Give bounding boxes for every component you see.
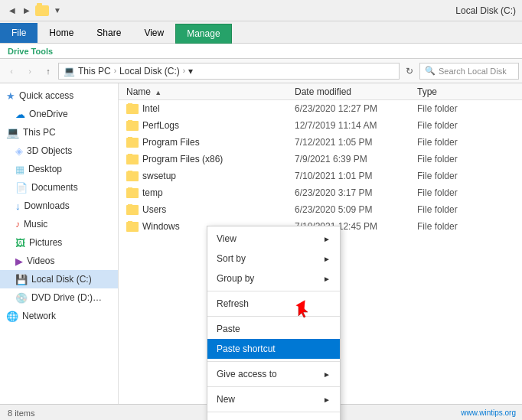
file-name-intel: Intel (126, 103, 295, 114)
ctx-paste[interactable]: Paste (207, 319, 340, 339)
tab-home[interactable]: Home (38, 23, 85, 43)
ctx-group-by[interactable]: Group by ► (207, 269, 340, 288)
table-row[interactable]: swsetup 7/10/2021 1:01 PM File folder (119, 168, 522, 184)
tab-share[interactable]: Share (85, 23, 132, 43)
sidebar-label-quick-access: Quick access (19, 90, 73, 101)
folder-icon (126, 171, 139, 181)
table-row[interactable]: Program Files (x86) 7/9/2021 6:39 PM Fil… (119, 151, 522, 168)
file-date-programfiles: 7/12/2021 1:05 PM (295, 137, 417, 148)
path-sep-2: › (183, 67, 185, 75)
item-count: 8 items (8, 409, 34, 418)
tab-file[interactable]: File (0, 23, 38, 43)
sidebar-item-videos[interactable]: ▶ Videos (0, 252, 118, 270)
back-button[interactable]: ‹ (3, 63, 20, 80)
refresh-button[interactable]: ↻ (401, 63, 418, 80)
network-icon: 🌐 (6, 311, 18, 322)
ribbon: File Home Share View Manage Drive Tools (0, 21, 522, 59)
sidebar-item-this-pc[interactable]: 💻 This PC (0, 123, 118, 142)
ctx-refresh[interactable]: Refresh (207, 294, 340, 314)
path-local-disk[interactable]: Local Disk (C:) (119, 66, 180, 77)
quick-access-icon: ◀ (6, 5, 18, 17)
sidebar-label-downloads: Downloads (24, 200, 70, 211)
onedrive-icon: ☁ (15, 109, 25, 120)
sidebar-item-downloads[interactable]: ↓ Downloads (0, 197, 118, 215)
search-box[interactable]: 🔍 Search Local Disk (419, 63, 519, 80)
col-header-date[interactable]: Date modified (295, 86, 417, 97)
sidebar-label-onedrive: OneDrive (29, 109, 68, 119)
col-header-name[interactable]: Name ▲ (126, 86, 295, 97)
file-date-temp: 6/23/2020 3:17 PM (295, 187, 417, 198)
ctx-sort-by[interactable]: Sort by ► (207, 249, 340, 269)
sidebar-item-quick-access[interactable]: ★ Quick access (0, 86, 118, 105)
3d-icon: ◈ (15, 145, 23, 157)
path-sep-1: › (114, 67, 116, 75)
table-row[interactable]: PerfLogs 12/7/2019 11:14 AM File folder (119, 117, 522, 134)
star-icon: ★ (6, 90, 15, 102)
sidebar-item-3d-objects[interactable]: ◈ 3D Objects (0, 142, 118, 160)
videos-icon: ▶ (15, 256, 23, 267)
col-header-type[interactable]: Type (417, 86, 494, 97)
pictures-icon: 🖼 (15, 237, 25, 249)
folder-icon (126, 155, 139, 164)
sidebar-item-local-disk[interactable]: 💾 Local Disk (C:) (0, 270, 118, 288)
ctx-sep-5 (207, 412, 340, 412)
tab-manage[interactable]: Manage (175, 24, 231, 44)
file-type-programfilesx86: File folder (417, 154, 494, 164)
ctx-arrow-group: ► (323, 275, 331, 283)
title-bar: ◀ ▶ ▼ Local Disk (C:) (0, 0, 522, 21)
table-row[interactable]: Users 6/23/2020 5:09 PM File folder (119, 201, 522, 218)
file-date-intel: 6/23/2020 12:27 PM (295, 103, 417, 114)
path-dropdown[interactable]: ▾ (188, 66, 193, 77)
file-name-perflogs: PerfLogs (126, 120, 295, 131)
search-icon: 🔍 (425, 66, 436, 76)
address-path[interactable]: 💻 This PC › Local Disk (C:) › ▾ (58, 63, 400, 80)
sidebar-label-videos: Videos (27, 256, 54, 266)
ctx-new[interactable]: New ► (207, 389, 340, 409)
sidebar-item-desktop[interactable]: ▦ Desktop (0, 160, 118, 178)
music-icon: ♪ (15, 219, 20, 230)
file-name-temp: temp (126, 187, 295, 198)
sidebar-item-onedrive[interactable]: ☁ OneDrive (0, 105, 118, 123)
sidebar-label-network: Network (22, 311, 56, 321)
forward-button[interactable]: › (21, 63, 38, 80)
file-type-programfiles: File folder (417, 137, 494, 148)
file-name-swsetup: swsetup (126, 171, 295, 181)
ctx-arrow-sort: ► (323, 255, 331, 263)
table-row[interactable]: Program Files 7/12/2021 1:05 PM File fol… (119, 134, 522, 151)
sidebar-item-dvd[interactable]: 💿 DVD Drive (D:) CCS (0, 288, 118, 307)
table-row[interactable]: temp 6/23/2020 3:17 PM File folder (119, 184, 522, 201)
table-row[interactable]: Intel 6/23/2020 12:27 PM File folder (119, 100, 522, 117)
ctx-paste-shortcut[interactable]: Paste shortcut (207, 339, 340, 359)
search-placeholder: Search Local Disk (439, 67, 507, 76)
file-type-perflogs: File folder (417, 120, 494, 131)
file-name-programfiles: Program Files (126, 137, 295, 148)
file-name-programfilesx86: Program Files (x86) (126, 154, 295, 164)
sort-arrow: ▲ (155, 89, 161, 96)
path-this-pc[interactable]: This PC (78, 66, 111, 77)
file-date-perflogs: 12/7/2019 11:14 AM (295, 120, 417, 131)
ctx-sep-4 (207, 386, 340, 387)
sidebar-item-documents[interactable]: 📄 Documents (0, 178, 118, 197)
folder-icon (126, 188, 139, 198)
sidebar-item-network[interactable]: 🌐 Network (0, 307, 118, 325)
pc-icon: 💻 (6, 126, 19, 138)
folder-icon (126, 104, 139, 114)
quick-access-icon2: ▶ (21, 5, 33, 17)
dvd-icon: 💿 (15, 292, 28, 304)
ctx-arrow-access: ► (323, 370, 331, 379)
path-icon: 💻 (64, 66, 75, 77)
watermark: www.wintips.org (461, 409, 516, 417)
tab-view[interactable]: View (132, 23, 175, 43)
ctx-give-access[interactable]: Give access to ► (207, 364, 340, 384)
up-button[interactable]: ↑ (40, 63, 57, 80)
ctx-view[interactable]: View ► (207, 229, 340, 249)
ctx-properties[interactable]: Properties (207, 415, 340, 420)
context-menu: View ► Sort by ► Group by ► Refresh Past… (207, 226, 341, 420)
folder-icon (126, 222, 139, 232)
sidebar-item-pictures[interactable]: 🖼 Pictures (0, 233, 118, 252)
down-arrow-icon: ▼ (51, 5, 64, 17)
sidebar: ★ Quick access ☁ OneDrive 💻 This PC ◈ 3D… (0, 83, 119, 404)
sidebar-item-music[interactable]: ♪ Music (0, 215, 118, 233)
sidebar-label-3d: 3D Objects (27, 145, 72, 156)
file-type-windows: File folder (417, 221, 494, 232)
